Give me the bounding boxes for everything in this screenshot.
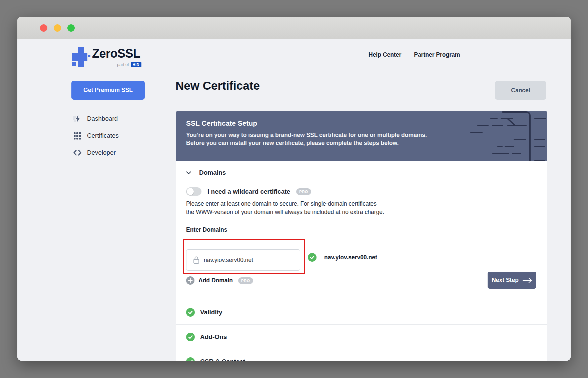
step-label: CSR & Contact xyxy=(200,358,245,361)
enter-domains-label: Enter Domains xyxy=(186,226,227,233)
step-row-validity[interactable]: Validity xyxy=(176,300,547,324)
wildcard-label: I need a wildcard certificate xyxy=(207,188,290,195)
certificate-illustration xyxy=(460,111,547,161)
domains-description-line2: the WWW-version of your domain will alwa… xyxy=(186,208,384,216)
nav-partner-program[interactable]: Partner Program xyxy=(414,51,460,58)
cancel-button[interactable]: Cancel xyxy=(495,81,546,100)
brand-name: ZeroSSL xyxy=(92,47,140,61)
sidebar-item-dashboard[interactable]: Dashboard xyxy=(73,110,153,127)
panel-description: You’re on your way to issuing a brand-ne… xyxy=(186,131,427,147)
pro-badge: PRO xyxy=(238,277,253,284)
brand-tagline: part of HID xyxy=(92,62,141,67)
zerossl-logo-icon xyxy=(70,47,91,67)
page-title: New Certificate xyxy=(175,79,260,92)
window-titlebar xyxy=(17,17,571,39)
panel-description-line2: Before you can install your new certific… xyxy=(186,139,427,147)
grid-icon xyxy=(73,131,82,140)
verified-domain-text: nav.yiov.serv00.net xyxy=(324,254,377,261)
chevron-down-icon xyxy=(186,171,191,174)
add-domain-button[interactable]: Add Domain PRO xyxy=(186,276,253,285)
domains-title: Domains xyxy=(199,169,226,176)
domains-description: Please enter at least one domain to secu… xyxy=(186,200,384,216)
step-label: Validity xyxy=(200,309,222,316)
plus-icon xyxy=(186,276,194,285)
page-content: ZeroSSL part of HID Help Center Partner … xyxy=(17,39,571,361)
divider xyxy=(186,242,537,242)
domains-header[interactable]: Domains xyxy=(186,169,226,176)
sidebar-nav: Dashboard Certificates Developer xyxy=(73,110,153,161)
step-row-csr-contact[interactable]: CSR & Contact xyxy=(176,349,547,361)
check-circle-icon xyxy=(186,357,195,361)
ssl-setup-panel: SSL Certificate Setup You’re on your way… xyxy=(176,111,547,161)
domains-section: Domains I need a wildcard certificate PR… xyxy=(176,161,547,300)
step-label: Add-Ons xyxy=(200,333,227,341)
step-row-addons[interactable]: Add-Ons xyxy=(176,324,547,349)
check-circle-icon xyxy=(186,308,195,317)
sidebar-item-label: Certificates xyxy=(87,132,119,139)
arrow-right-icon xyxy=(523,278,532,283)
sidebar-item-certificates[interactable]: Certificates xyxy=(73,127,153,144)
brand-tagline-text: part of xyxy=(117,62,129,67)
check-circle-icon xyxy=(186,333,195,341)
wildcard-toggle-row: I need a wildcard certificate PRO xyxy=(186,187,311,196)
top-navigation: Help Center Partner Program xyxy=(369,51,460,58)
sidebar-item-label: Dashboard xyxy=(87,115,118,122)
next-step-label: Next Step xyxy=(492,277,519,284)
panel-description-line1: You’re on your way to issuing a brand-ne… xyxy=(186,131,427,139)
brand-logo[interactable]: ZeroSSL part of HID xyxy=(70,46,143,68)
close-window-button[interactable] xyxy=(40,24,47,32)
nav-help-center[interactable]: Help Center xyxy=(369,51,401,58)
domain-input-field[interactable] xyxy=(186,249,300,271)
lightning-icon xyxy=(73,114,82,123)
check-circle-icon xyxy=(308,253,317,262)
toggle-knob xyxy=(187,188,194,195)
hid-badge: HID xyxy=(131,62,141,67)
pro-badge: PRO xyxy=(296,188,311,195)
panel-title: SSL Certificate Setup xyxy=(186,119,257,127)
lock-icon xyxy=(193,256,199,264)
zoom-window-button[interactable] xyxy=(67,24,75,32)
sidebar-item-developer[interactable]: Developer xyxy=(73,144,153,161)
sidebar-item-label: Developer xyxy=(87,149,116,156)
minimize-window-button[interactable] xyxy=(54,24,61,32)
wildcard-toggle[interactable] xyxy=(186,187,201,196)
next-step-button[interactable]: Next Step xyxy=(488,272,536,289)
app-window: ZeroSSL part of HID Help Center Partner … xyxy=(17,17,571,361)
domain-input[interactable] xyxy=(204,257,290,264)
domains-description-line1: Please enter at least one domain to secu… xyxy=(186,200,384,208)
verified-domain-row: nav.yiov.serv00.net xyxy=(308,253,377,262)
code-icon xyxy=(73,148,82,157)
get-premium-ssl-button[interactable]: Get Premium SSL xyxy=(71,81,145,100)
add-domain-label: Add Domain xyxy=(198,277,233,284)
